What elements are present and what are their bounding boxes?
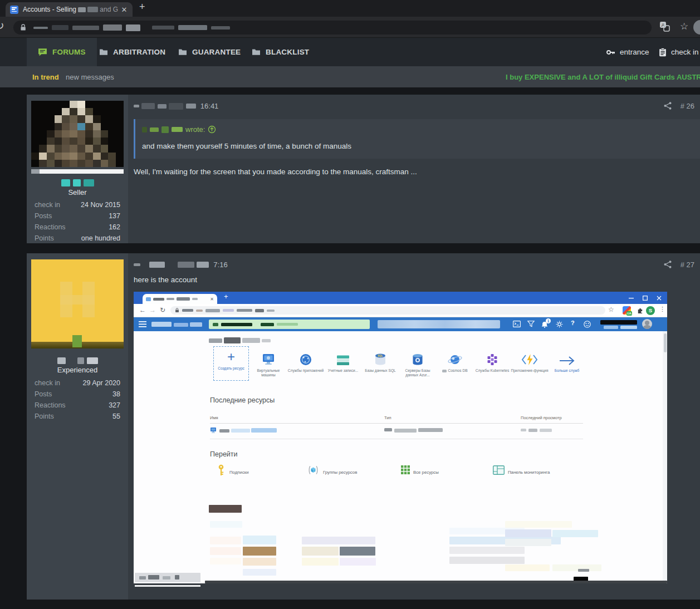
go-to-quoted-post-icon[interactable] [208,125,216,134]
more-services-arrow-icon [559,355,575,366]
post-time[interactable]: 7:16 [213,261,227,269]
browser-profile-avatar[interactable] [693,20,700,35]
azure-tile-storage-accounts: Учетные записи... [324,347,362,373]
goto-all-resources: Все ресурсы [413,470,439,475]
share-icon[interactable] [663,260,672,271]
browser-tab[interactable]: Accounts - Selling and G ✕ [6,2,133,17]
post-number-link[interactable]: # 26 [681,102,694,110]
redacted-tab-title [87,7,99,12]
browser-toolbar: ↻ A ☆ [0,17,700,38]
nav-tab-blacklist[interactable]: BLACKLIST [252,38,309,66]
subscriptions-key-icon [217,464,225,477]
column-name: Имя [210,415,218,420]
screenshot-browser-tab: ✕ [143,294,217,304]
entrance-link[interactable]: entrance [606,38,649,66]
check-in-link[interactable]: check in [659,38,699,66]
folder-icon [178,48,187,56]
azure-search-box [209,320,370,329]
stat-row: check in29 Apr 2020 [31,377,124,389]
scrollbar-thumb [664,333,667,352]
clipboard-icon [659,48,667,57]
redacted-poster-name[interactable] [134,259,209,269]
cosmos-db-icon [447,353,463,366]
trend-bar: In trend new messages I buy EXPENSIVE an… [0,66,700,87]
azure-tile-virtual-machines: Виртуальные машины [249,347,287,377]
trend-ticker-link[interactable]: I buy EXPENSIVE and A LOT of illiquid Gi… [506,73,700,81]
new-tab-button[interactable]: + [139,1,145,13]
translate-icon[interactable]: A [659,21,670,34]
azure-tile-sql-databases: SQL Базы данных SQL [361,347,399,373]
redacted-label-prefix [442,370,447,372]
nav-tab-arbitration[interactable]: ARBITRATION [99,38,165,66]
app-services-globe-icon [299,353,312,366]
screenshot-address-bar [170,306,605,315]
kubernetes-services-icon [486,353,499,366]
user-title: Seller [31,188,124,197]
hamburger-menu-icon [139,321,146,327]
redacted-url [211,26,230,30]
redacted-dash [578,569,589,572]
quote-block: wrote: and make them yourself 5 minutes … [134,119,700,159]
goto-subscriptions: Подписки [229,470,249,475]
lock-icon [20,24,26,31]
redacted-poster-name[interactable] [134,101,196,111]
post-body-text: here is the account [134,276,700,284]
post-time[interactable]: 16:41 [200,102,219,110]
redacted-url [178,25,207,30]
post-body-text: Well, I'm waiting for the screen that yo… [134,168,700,176]
redacted-tab-title [78,7,86,12]
profile-avatar: S [646,306,655,315]
browser-tab-strip: Accounts - Selling and G ✕ + [0,0,700,17]
user-avatar[interactable] [31,259,124,348]
notifications-bell-icon: 1 [541,321,549,331]
redacted-username[interactable] [31,357,124,364]
back-icon: ← [139,306,146,314]
settings-gear-icon [556,321,563,328]
minimize-icon [629,296,634,301]
post-author-panel: Experienced check in29 Apr 2020 Posts38 … [27,253,128,600]
recent-resources-title: Последние ресурсы [210,396,275,404]
post-number-link[interactable]: # 27 [681,261,694,269]
new-messages-link[interactable]: new messages [66,73,114,81]
goto-resource-groups: Группы ресурсов [323,470,357,475]
user-avatar[interactable] [31,101,124,174]
forums-chat-icon [38,48,47,56]
redacted-url [152,26,174,30]
azure-tile-app-services: Службы приложений [287,347,325,373]
in-trend-link[interactable]: In trend [32,73,59,81]
key-icon [606,48,615,57]
forum-post-26: Seller check in24 Nov 2015 Posts137 Reac… [27,95,700,243]
close-window-icon [657,296,662,301]
quote-text: and make them yourself 5 minutes of time… [142,142,693,150]
nav-tab-forums[interactable]: FORUMS [27,38,97,66]
screenshot-window-titlebar: ✕ + [134,292,667,304]
feedback-smiley-icon [584,321,591,328]
reload-icon[interactable]: ↻ [0,19,4,32]
extension-icon: UA [623,306,631,315]
filter-icon [527,321,535,327]
close-tab-icon[interactable]: ✕ [120,6,128,13]
post-content: 7:16 # 27 here is the account [128,253,700,600]
azure-tile-kubernetes: Службы Kubernetes [473,347,511,373]
bookmark-star-icon: ☆ [608,306,614,313]
share-icon[interactable] [663,101,672,112]
stat-row: Reactions162 [31,222,124,233]
create-resource-plus-icon: + [227,350,235,364]
nav-tab-guarantee[interactable]: GUARANTEE [178,38,241,66]
notification-badge: 1 [546,318,551,323]
help-icon: ? [571,320,575,326]
address-bar[interactable] [13,21,652,35]
redacted-banner [378,320,500,328]
user-title: Experienced [31,366,124,374]
goto-title: Перейти [210,450,238,458]
stat-row: Posts137 [31,210,124,222]
resource-groups-icon [308,465,319,475]
quote-attribution[interactable]: wrote: [142,125,693,134]
redacted-username[interactable] [31,179,124,186]
azure-database-servers-icon [411,353,424,366]
bookmark-star-icon[interactable]: ☆ [680,21,688,32]
attached-screenshot-azure-portal[interactable]: ✕ + ← → ↻ [134,292,667,583]
redacted-url [126,24,140,31]
screenshot-scrollbar [663,331,667,583]
sql-database-icon: SQL [374,353,387,366]
